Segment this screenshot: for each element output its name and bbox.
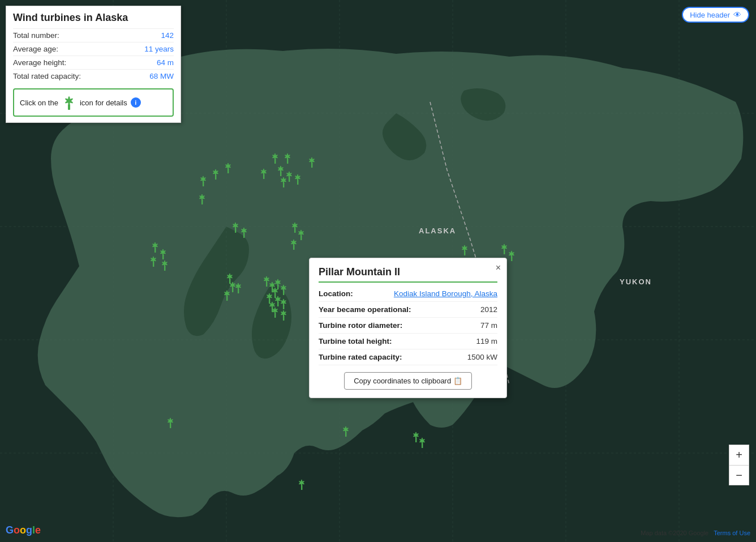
svg-rect-76 [243, 233, 244, 238]
map-data-text: Map data ©2020 Google [641, 530, 708, 536]
turbine-marker[interactable] [287, 238, 300, 253]
svg-rect-66 [201, 200, 203, 204]
svg-rect-126 [511, 257, 512, 261]
popup-row: Year became operational:2012 [319, 302, 497, 318]
stat-value: 64 m [157, 58, 174, 67]
panel-title: Wind turbines in Alaska [13, 12, 174, 24]
zoom-out-button[interactable]: − [729, 465, 749, 485]
turbine-marker[interactable] [295, 478, 308, 493]
svg-point-30 [280, 168, 282, 170]
svg-rect-241 [301, 485, 302, 490]
popup: × Pillar Mountain II Location:Kodiak Isl… [309, 258, 507, 398]
svg-point-145 [237, 285, 239, 287]
svg-point-180 [268, 295, 270, 297]
turbine-marker[interactable] [458, 244, 471, 258]
svg-point-175 [282, 287, 285, 289]
map-container[interactable]: ALASKA YUKON [0, 0, 756, 542]
turbine-marker[interactable] [416, 436, 428, 451]
stat-label: Total number: [13, 31, 59, 40]
turbine-marker[interactable] [164, 416, 177, 431]
alaska-label: ALASKA [419, 227, 456, 235]
info-icon[interactable]: i [131, 97, 141, 108]
eye-icon: 👁 [733, 10, 741, 19]
map-attribution: Map data ©2020 Google Terms of Use [641, 530, 750, 536]
svg-rect-116 [464, 251, 465, 255]
svg-point-65 [202, 178, 204, 180]
copy-coordinates-button[interactable]: Copy coordinates to clipboard 📋 [344, 372, 472, 390]
turbine-marker[interactable] [340, 425, 352, 439]
click-hint-suffix: icon for details [80, 99, 127, 107]
turbine-marker[interactable] [306, 156, 318, 170]
svg-point-200 [274, 309, 276, 311]
zoom-in-button[interactable]: + [729, 445, 749, 465]
svg-point-85 [294, 224, 296, 227]
svg-point-105 [162, 251, 164, 253]
turbine-marker[interactable] [238, 226, 250, 241]
hide-header-button[interactable]: Hide header 👁 [682, 7, 749, 23]
svg-point-130 [510, 253, 513, 255]
click-hint: Click on the icon for details i [13, 88, 174, 117]
svg-point-25 [311, 159, 313, 161]
svg-point-115 [164, 262, 166, 264]
svg-rect-236 [422, 443, 423, 448]
svg-point-90 [300, 232, 302, 234]
svg-point-190 [282, 301, 285, 303]
svg-rect-221 [170, 424, 171, 428]
svg-point-225 [169, 420, 171, 422]
svg-rect-71 [235, 228, 236, 233]
terms-link[interactable]: Terms of Use [714, 530, 750, 536]
turbine-marker[interactable] [209, 168, 222, 182]
svg-point-110 [152, 258, 154, 261]
yukon-label: YUKON [620, 278, 652, 286]
turbine-marker[interactable] [277, 176, 290, 190]
turbine-hint-icon [61, 94, 78, 111]
zoom-controls: + − [729, 445, 749, 485]
popup-row: Turbine rated capacity:1500 kW [319, 349, 497, 365]
google-logo: Google [6, 524, 41, 536]
turbine-marker[interactable] [196, 193, 208, 207]
svg-rect-51 [227, 169, 229, 173]
svg-point-125 [503, 246, 505, 248]
turbine-marker[interactable] [505, 249, 518, 264]
svg-rect-146 [226, 296, 227, 301]
svg-point-95 [293, 241, 295, 244]
popup-close-button[interactable]: × [496, 263, 501, 273]
turbine-marker[interactable] [158, 259, 171, 274]
svg-rect-21 [311, 163, 312, 168]
svg-point-230 [345, 428, 347, 430]
popup-value: 2012 [480, 305, 497, 314]
svg-point-205 [282, 312, 285, 314]
svg-rect-226 [345, 432, 346, 437]
svg-rect-16 [287, 159, 288, 164]
svg-rect-111 [164, 266, 165, 271]
turbine-marker[interactable] [222, 161, 234, 176]
stat-label: Average age: [13, 45, 58, 53]
stat-row: Total rated capacity: 68 MW [13, 69, 174, 83]
svg-point-70 [201, 196, 203, 198]
svg-point-150 [226, 292, 228, 295]
click-hint-prefix: Click on the [20, 99, 58, 107]
svg-point-40 [297, 176, 299, 178]
popup-row: Turbine rotor diameter:77 m [319, 318, 497, 334]
turbine-marker[interactable] [257, 167, 270, 182]
svg-rect-36 [297, 180, 298, 185]
turbine-marker[interactable] [277, 309, 290, 323]
popup-title: Pillar Mountain II [319, 266, 497, 283]
turbine-marker[interactable] [147, 255, 160, 270]
svg-rect-196 [274, 313, 276, 318]
svg-rect-56 [215, 175, 216, 180]
stats-container: Total number: 142 Average age: 11 years … [13, 28, 174, 83]
svg-rect-91 [293, 245, 294, 250]
svg-rect-46 [263, 174, 264, 179]
popup-row: Location:Kodiak Island Borough, Alaska [319, 286, 497, 302]
popup-label: Turbine rated capacity: [319, 353, 402, 361]
svg-point-120 [463, 247, 466, 249]
svg-point-20 [286, 155, 289, 157]
turbine-marker[interactable] [221, 289, 233, 304]
turbine-marker[interactable] [291, 173, 304, 187]
turbine-marker[interactable] [232, 281, 244, 296]
stat-label: Average height: [13, 58, 66, 67]
svg-point-250 [67, 100, 70, 103]
turbine-marker[interactable] [197, 174, 209, 189]
svg-rect-106 [153, 262, 154, 267]
